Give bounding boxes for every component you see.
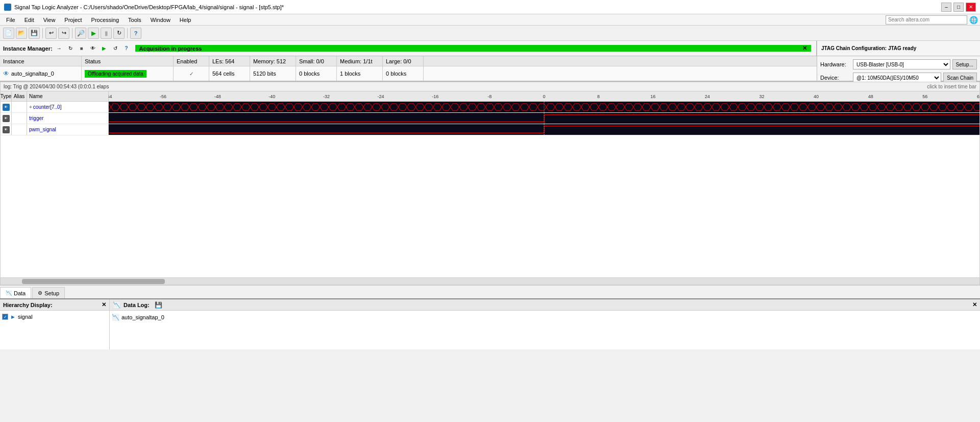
menu-view[interactable]: View (39, 16, 60, 24)
bit-icon-pwm: 👁 (3, 126, 10, 133)
signal-row-counter[interactable]: 👁 + counter[7..0] (1, 102, 979, 113)
signal-alias-pwm (12, 124, 27, 135)
svg-rect-0 (109, 102, 979, 112)
datalog-content: 📉 auto_signaltap_0 (110, 311, 980, 349)
help-button[interactable]: ? (130, 28, 141, 39)
toolbar-separator-3 (127, 28, 128, 38)
alias-header-label: Alias (14, 93, 25, 99)
instance-medium-0: 1 blocks (337, 66, 383, 81)
search-globe-icon: 🌐 (969, 16, 978, 24)
bit-icon-trigger: 👁 (3, 115, 10, 122)
main-area: log: Trig @ 2024/04/30 00:54:43 (0:0:0.1… (0, 82, 980, 285)
datalog-item-0[interactable]: 📉 auto_signaltap_0 (112, 313, 978, 322)
acquisition-close-btn[interactable]: ✕ (802, 45, 807, 52)
im-stop-btn[interactable]: ■ (77, 44, 86, 53)
redo-button[interactable]: ↪ (58, 28, 69, 39)
signal-alias-counter (12, 102, 27, 112)
type-header-label: Type (1, 93, 12, 99)
tab-setup[interactable]: ⚙ Setup (32, 287, 65, 298)
expand-icon-counter[interactable]: + (29, 104, 32, 110)
jtag-bar: JTAG Chain Configuration: JTAG ready (817, 41, 980, 56)
tick--8: -8 (487, 94, 492, 99)
waveform-section: log: Trig @ 2024/04/30 00:54:43 (0:0:0.1… (0, 82, 980, 285)
autorun-button[interactable]: ↻ (113, 28, 125, 39)
jtag-device-select[interactable]: @1: 10M50DA(|ES)/10M50 (853, 73, 941, 83)
signal-type-trigger: 👁 (1, 113, 12, 124)
menu-edit[interactable]: Edit (20, 16, 38, 24)
signal-label-pwm: pwm_signal (29, 127, 56, 132)
tick-8: 8 (597, 94, 600, 99)
menu-help[interactable]: Help (176, 16, 195, 24)
title-bar: Signal Tap Logic Analyzer - C:/Users/sha… (0, 0, 980, 14)
menu-project[interactable]: Project (60, 16, 86, 24)
signal-label-counter: counter[7..0] (33, 104, 62, 110)
datalog-title: Data Log: (124, 302, 150, 308)
binoculars-button[interactable]: 🔎 (75, 28, 86, 39)
signal-rows: 👁 + counter[7..0] (1, 102, 979, 277)
menu-tools[interactable]: Tools (124, 16, 145, 24)
hscroll-thumb[interactable] (22, 279, 165, 284)
tick-32: 32 (759, 94, 764, 99)
im-back-btn[interactable]: ↻ (66, 44, 75, 53)
menu-processing[interactable]: Processing (87, 16, 123, 24)
toolbar-separator-1 (42, 28, 43, 38)
instance-les-0: 564 cells (209, 66, 250, 81)
open-button[interactable]: 📂 (16, 28, 27, 39)
search-input[interactable] (886, 15, 967, 25)
signal-alias-trigger (12, 113, 27, 124)
datalog-panel: 📉 Data Log: 💾 ✕ 📉 auto_signaltap_0 (110, 299, 980, 349)
run-button[interactable]: ▶ (88, 28, 99, 39)
im-glasses-btn[interactable]: 👁 (88, 44, 97, 53)
acquisition-status-bar: Acquisition in progress ✕ (135, 45, 811, 52)
toolbar-separator-2 (72, 28, 72, 38)
waveform-counter (109, 102, 979, 112)
tick--48: -48 (214, 94, 221, 99)
instance-small-0: 0 blocks (296, 66, 337, 81)
jtag-title: JTAG Chain Configuration: JTAG ready (821, 45, 916, 51)
im-pointer-btn[interactable]: → (55, 44, 64, 53)
instance-status-0: Offloading acquired data (82, 66, 174, 81)
signal-row-trigger[interactable]: 👁 trigger (1, 113, 979, 124)
instance-table-header: Instance Status Enabled LEs: 564 Memory:… (0, 56, 817, 66)
app-icon (4, 4, 11, 11)
waveform-pwm (109, 124, 979, 135)
hscroll-bar[interactable] (1, 277, 979, 285)
maximize-button[interactable]: □ (953, 3, 964, 12)
undo-button[interactable]: ↩ (45, 28, 57, 39)
save-button[interactable]: 💾 (29, 28, 40, 39)
hierarchy-item-signal[interactable]: ✓ ► signal (2, 313, 107, 321)
tick--56: -56 (160, 94, 166, 99)
menu-file[interactable]: File (2, 16, 19, 24)
datalog-item-icon: 📉 (112, 314, 119, 321)
instance-row-0[interactable]: 👁 auto_signaltap_0 Offloading acquired d… (0, 66, 817, 81)
signal-row-pwm[interactable]: 👁 pwm_signal (1, 124, 979, 135)
instance-table: Instance Status Enabled LEs: 564 Memory:… (0, 56, 817, 81)
im-help2-btn[interactable]: ? (122, 44, 131, 53)
minimize-button[interactable]: – (941, 3, 951, 12)
timeline-ruler: -64 -56 -48 -40 -32 -24 -16 -8 0 8 16 24… (109, 91, 979, 101)
hierarchy-close-btn[interactable]: ✕ (102, 301, 106, 308)
jtag-setup-button[interactable]: Setup... (952, 59, 977, 69)
toolbar: 📄 📂 💾 ↩ ↪ 🔎 ▶ ▮ ↻ ? (0, 26, 980, 41)
window-controls: – □ ✕ (941, 3, 976, 12)
window-title: Signal Tap Logic Analyzer - C:/Users/sha… (14, 4, 941, 10)
im-refresh-btn[interactable]: ↺ (111, 44, 120, 53)
im-run2-btn[interactable]: ▶ (100, 44, 109, 53)
hierarchy-checkbox-signal[interactable]: ✓ (2, 314, 8, 320)
menu-window[interactable]: Window (146, 16, 175, 24)
instance-name-0: 👁 auto_signaltap_0 (0, 66, 82, 81)
instance-icon-0: 👁 (3, 70, 9, 77)
new-button[interactable]: 📄 (3, 28, 14, 39)
jtag-hardware-select[interactable]: USB-Blaster [USB-0] (853, 59, 950, 69)
col-header-enabled: Enabled (174, 56, 209, 66)
datalog-add-icon[interactable]: 💾 (155, 301, 162, 309)
stop-button[interactable]: ▮ (101, 28, 112, 39)
signal-type-pwm: 👁 (1, 124, 12, 135)
datalog-close-btn[interactable]: ✕ (972, 301, 977, 308)
tick-48: 48 (868, 94, 873, 99)
close-button[interactable]: ✕ (966, 3, 976, 12)
enabled-check-0: ✓ (189, 71, 193, 77)
tick--24: -24 (378, 94, 384, 99)
tab-data[interactable]: 📉 Data (0, 287, 31, 298)
scan-chain-button[interactable]: Scan Chain (943, 73, 977, 83)
